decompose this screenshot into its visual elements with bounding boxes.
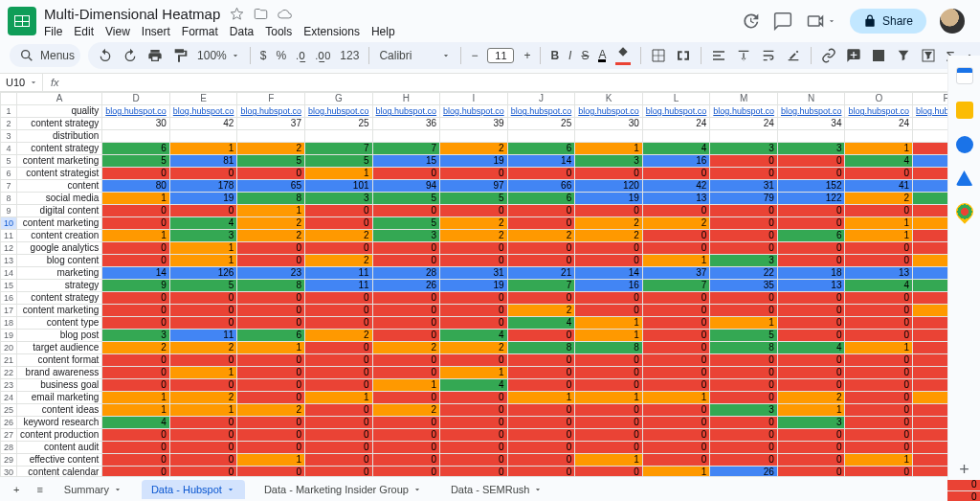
cell[interactable]: 11 [304, 267, 372, 280]
cell[interactable]: 0 [575, 404, 643, 417]
cell[interactable]: 0 [575, 305, 643, 317]
cell[interactable]: 1 [102, 193, 170, 205]
row-header[interactable]: 1 [1, 105, 17, 118]
cell[interactable]: 0 [372, 168, 440, 180]
cell[interactable]: 0 [507, 442, 575, 454]
cell[interactable]: 0 [845, 255, 913, 267]
row-header[interactable]: 25 [1, 404, 17, 417]
cell[interactable]: 0 [642, 417, 710, 429]
cell[interactable]: 0 [440, 292, 508, 305]
contacts-icon[interactable] [956, 171, 973, 186]
cell[interactable]: 2 [237, 404, 305, 417]
cell[interactable]: 5 [102, 155, 170, 168]
cell[interactable]: 0 [440, 242, 508, 255]
cell[interactable]: 21 [507, 267, 575, 280]
cell[interactable]: 4 [845, 280, 913, 292]
column-header[interactable]: I [440, 93, 508, 105]
history-icon[interactable] [741, 11, 760, 31]
cell[interactable]: marketing [17, 267, 102, 280]
sheet-tab[interactable]: Summary [55, 480, 132, 499]
cell[interactable]: 1 [507, 392, 575, 404]
cell[interactable]: 2 [237, 230, 305, 242]
cell[interactable]: 0 [304, 417, 372, 429]
italic-icon[interactable]: I [568, 49, 571, 62]
column-header[interactable]: G [304, 93, 372, 105]
cell[interactable]: 3 [102, 330, 170, 342]
cell[interactable]: 3 [575, 155, 643, 168]
sheet-tab[interactable]: Data - Hubspot [142, 480, 245, 499]
cell[interactable]: 36 [372, 118, 440, 130]
cell[interactable]: content ideas [17, 404, 102, 417]
cell[interactable]: 0 [777, 217, 845, 230]
add-sheet-button[interactable]: + [8, 481, 25, 498]
cell[interactable]: 0 [710, 205, 778, 217]
cell[interactable]: 0 [845, 354, 913, 367]
currency-icon[interactable]: $ [260, 49, 267, 62]
cell[interactable]: keyword research [17, 417, 102, 429]
cell[interactable]: 19 [169, 193, 237, 205]
cell[interactable]: 1 [440, 367, 508, 379]
row-header[interactable]: 21 [1, 354, 17, 367]
bold-icon[interactable]: B [550, 49, 559, 62]
cell[interactable]: 0 [102, 367, 170, 379]
cell[interactable]: blog.hubspot.co [102, 105, 170, 118]
more-formats-icon[interactable]: 123 [340, 49, 359, 62]
row-header[interactable]: 28 [1, 442, 17, 454]
cell[interactable]: 18 [777, 267, 845, 280]
maps-icon[interactable] [952, 199, 976, 223]
cell[interactable]: 34 [777, 118, 845, 130]
cell[interactable]: 0 [845, 242, 913, 255]
cell[interactable]: 0 [710, 230, 778, 242]
cell[interactable]: 2 [440, 217, 508, 230]
cell[interactable]: 4 [845, 155, 913, 168]
cell[interactable]: 0 [642, 454, 710, 467]
cell[interactable]: 11 [169, 330, 237, 342]
fill-color-icon[interactable] [615, 46, 631, 65]
cell[interactable]: 0 [507, 354, 575, 367]
move-folder-icon[interactable] [254, 7, 268, 21]
cell[interactable]: blog.hubspot.co [304, 105, 372, 118]
row-header[interactable]: 12 [1, 242, 17, 255]
percent-icon[interactable]: % [276, 49, 286, 62]
cell[interactable]: 7 [304, 143, 372, 155]
column-header[interactable]: K [575, 93, 643, 105]
cell[interactable]: blog.hubspot.co [372, 105, 440, 118]
cell[interactable]: blog content [17, 255, 102, 267]
comment-icon[interactable] [773, 11, 792, 31]
cell[interactable]: effective content [17, 454, 102, 467]
row-header[interactable]: 18 [1, 317, 17, 330]
cell[interactable]: 19 [575, 193, 643, 205]
cell[interactable]: 3 [710, 255, 778, 267]
cell[interactable]: 0 [642, 367, 710, 379]
cell[interactable]: 1 [102, 404, 170, 417]
cell[interactable]: 0 [372, 317, 440, 330]
cell[interactable]: content [17, 180, 102, 193]
cell[interactable]: 2 [169, 342, 237, 354]
cell[interactable]: 2 [304, 255, 372, 267]
cell[interactable]: 0 [710, 242, 778, 255]
cell[interactable]: 0 [507, 255, 575, 267]
cell[interactable]: 0 [102, 442, 170, 454]
cell[interactable]: 0 [237, 168, 305, 180]
menu-view[interactable]: View [105, 25, 130, 38]
cell[interactable]: 13 [845, 267, 913, 280]
wrap-icon[interactable] [761, 48, 776, 63]
cell[interactable]: 0 [102, 429, 170, 442]
cell[interactable]: 0 [507, 217, 575, 230]
cell[interactable]: 0 [102, 168, 170, 180]
row-header[interactable]: 20 [1, 342, 17, 354]
cell[interactable]: 1 [575, 317, 643, 330]
cell[interactable]: 0 [710, 429, 778, 442]
cell[interactable]: 13 [642, 193, 710, 205]
cell[interactable]: 0 [845, 417, 913, 429]
cell[interactable]: 30 [102, 118, 170, 130]
cell[interactable]: 0 [642, 442, 710, 454]
cell[interactable]: 0 [169, 317, 237, 330]
cell[interactable]: 1 [102, 230, 170, 242]
cell[interactable]: 8 [237, 193, 305, 205]
chevron-down-icon[interactable] [441, 51, 451, 60]
print-icon[interactable] [147, 48, 163, 63]
share-button[interactable]: Share [850, 9, 926, 34]
column-header[interactable]: J [507, 93, 575, 105]
row-header[interactable]: 13 [1, 255, 17, 267]
